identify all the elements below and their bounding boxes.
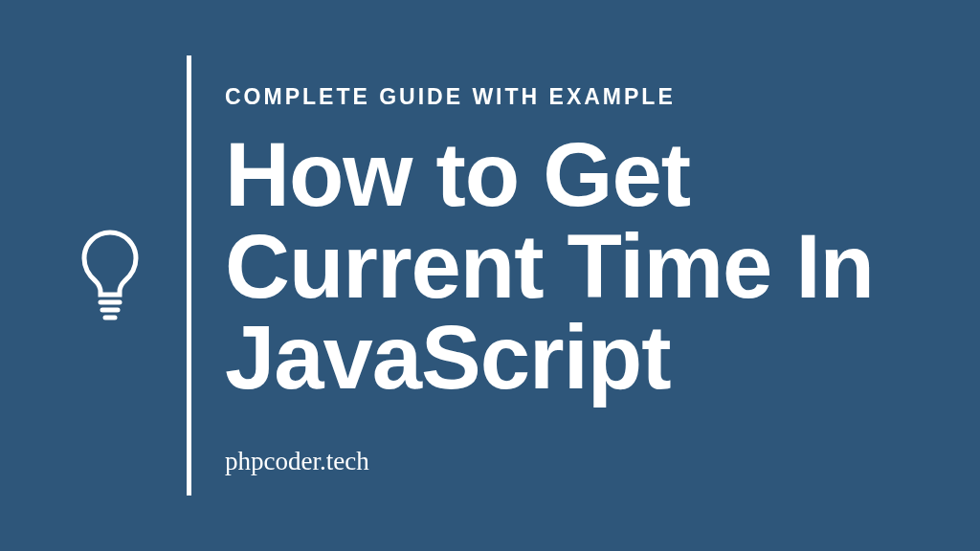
website-label: phpcoder.tech <box>225 447 932 476</box>
subtitle: COMPLETE GUIDE WITH EXAMPLE <box>225 84 932 110</box>
content-block: COMPLETE GUIDE WITH EXAMPLE How to Get C… <box>225 48 932 503</box>
lightbulb-icon <box>77 228 144 323</box>
vertical-divider <box>187 55 191 496</box>
icon-wrapper <box>67 228 153 323</box>
main-title: How to Get Current Time In JavaScript <box>225 129 932 405</box>
banner-container: COMPLETE GUIDE WITH EXAMPLE How to Get C… <box>0 0 980 551</box>
